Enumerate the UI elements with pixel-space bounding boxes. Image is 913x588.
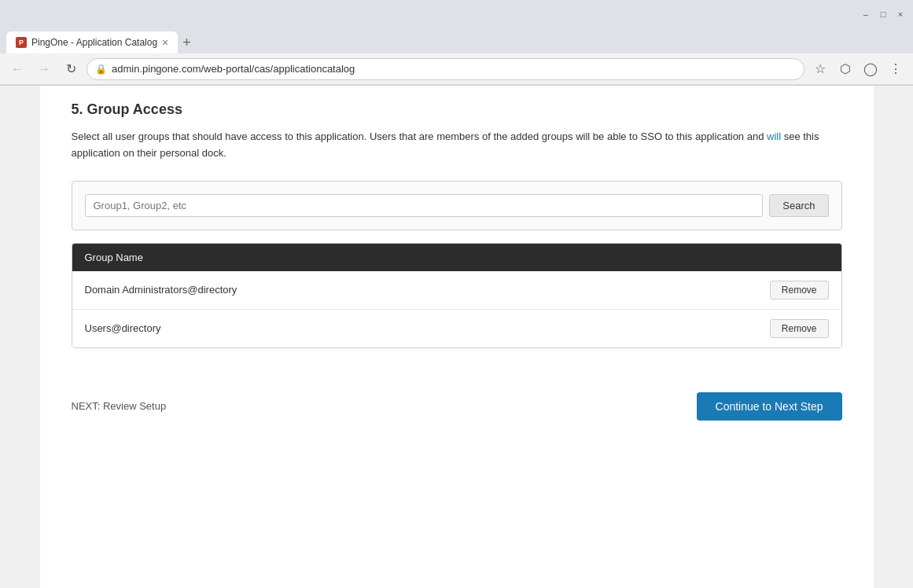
new-tab-button[interactable]: + xyxy=(182,31,191,53)
close-button[interactable]: × xyxy=(894,8,907,20)
search-row: Search xyxy=(85,194,829,217)
section-number: 5. xyxy=(72,101,83,117)
maximize-button[interactable]: □ xyxy=(877,8,889,20)
page-wrapper: 5. Group Access Select all user groups t… xyxy=(0,86,913,588)
tab-close-icon[interactable]: × xyxy=(162,36,168,49)
table-row: Users@directory Remove xyxy=(72,310,841,347)
forward-button[interactable]: → xyxy=(33,58,55,80)
table-row: Domain Administrators@directory Remove xyxy=(72,271,841,310)
reload-button[interactable]: ↻ xyxy=(60,58,82,80)
nav-bar: ← → ↻ 🔒 admin.pingone.com/web-portal/cas… xyxy=(0,53,913,85)
search-input[interactable] xyxy=(85,194,764,217)
address-text: admin.pingone.com/web-portal/cas/applica… xyxy=(112,63,796,75)
browser-chrome: – □ × P PingOne - Application Catalog × … xyxy=(0,0,913,86)
account-icon[interactable]: ◯ xyxy=(860,58,882,80)
tab-bar: P PingOne - Application Catalog × + xyxy=(0,28,913,53)
minimize-button[interactable]: – xyxy=(860,8,872,20)
remove-button-2[interactable]: Remove xyxy=(770,319,829,338)
group-name-1: Domain Administrators@directory xyxy=(85,284,237,296)
description-link: will xyxy=(767,130,781,142)
page-footer: NEXT: Review Setup Continue to Next Step xyxy=(72,380,842,421)
search-container: Search xyxy=(72,181,842,230)
menu-icon[interactable]: ⋮ xyxy=(885,58,907,80)
back-button[interactable]: ← xyxy=(6,58,28,80)
group-table-header: Group Name xyxy=(72,244,841,271)
lock-icon: 🔒 xyxy=(95,64,107,75)
nav-icons: ☆ ⬡ ◯ ⋮ xyxy=(809,58,907,80)
section-description: Select all user groups that should have … xyxy=(72,129,842,162)
bookmark-icon[interactable]: ☆ xyxy=(809,58,831,80)
extensions-icon[interactable]: ⬡ xyxy=(834,58,856,80)
continue-button[interactable]: Continue to Next Step xyxy=(697,392,842,421)
description-text-1: Select all user groups that should have … xyxy=(72,130,768,142)
next-label: NEXT: Review Setup xyxy=(72,400,167,412)
page-content: 5. Group Access Select all user groups t… xyxy=(40,86,874,588)
section-name: Group Access xyxy=(87,101,182,117)
tab-favicon: P xyxy=(16,37,27,48)
address-bar[interactable]: 🔒 admin.pingone.com/web-portal/cas/appli… xyxy=(87,58,804,80)
window-controls[interactable]: – □ × xyxy=(860,8,907,20)
remove-button-1[interactable]: Remove xyxy=(770,281,829,300)
active-tab[interactable]: P PingOne - Application Catalog × xyxy=(6,31,178,53)
group-table: Group Name Domain Administrators@directo… xyxy=(72,243,842,348)
tab-title: PingOne - Application Catalog xyxy=(31,37,157,48)
search-button[interactable]: Search xyxy=(769,194,828,217)
title-bar: – □ × xyxy=(0,0,913,28)
group-name-2: Users@directory xyxy=(85,322,161,334)
section-title: 5. Group Access xyxy=(72,101,842,118)
